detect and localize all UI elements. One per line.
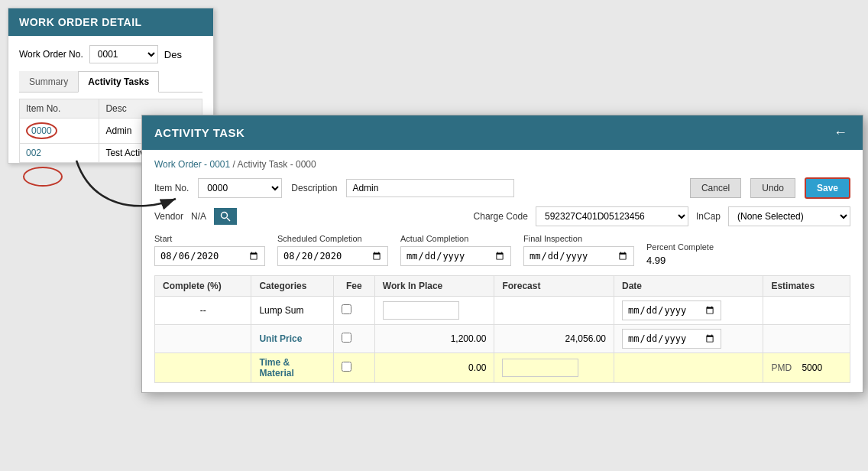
undo-button[interactable]: Undo (750, 178, 795, 198)
col-item-no: Item No. (20, 99, 99, 119)
col-forecast: Forecast (494, 276, 614, 297)
vendor-search-button[interactable] (214, 208, 237, 225)
time-material-forecast[interactable] (494, 353, 614, 383)
work-order-header: WORK ORDER DETAIL (8, 8, 213, 36)
vendor-value: N/A (191, 211, 206, 222)
vendor-row: Vendor N/A Charge Code 592327C401D051234… (154, 206, 850, 226)
col-work-in-place: Work In Place (374, 276, 494, 297)
lump-sum-label: Lump Sum (259, 305, 303, 316)
col-categories: Categories (251, 276, 333, 297)
work-order-title: WORK ORDER DETAIL (19, 16, 142, 28)
lump-sum-date[interactable] (614, 297, 763, 325)
form-row-top: Item No. 0000 Description Cancel Undo Sa… (154, 177, 850, 199)
time-material-complete-pct (155, 353, 251, 383)
actual-completion-label: Actual Completion (400, 234, 511, 243)
col-fee: Fee (333, 276, 374, 297)
search-icon (220, 211, 231, 222)
charge-code-select[interactable]: 592327C401D05123456 (536, 206, 688, 226)
lump-sum-fee[interactable] (333, 297, 374, 325)
cancel-button[interactable]: Cancel (690, 178, 741, 198)
item-link-002[interactable]: 002 (26, 148, 41, 158)
description-label: Description (291, 183, 337, 193)
breadcrumb-work-order[interactable]: Work Order - 0001 (154, 159, 230, 170)
final-inspection-field: Final Inspection (523, 234, 634, 266)
lump-sum-category: Lump Sum (251, 297, 333, 325)
back-button[interactable]: ← (831, 125, 850, 141)
svg-point-1 (222, 213, 228, 219)
svg-line-2 (227, 218, 230, 221)
start-label: Start (154, 234, 265, 243)
unit-price-link[interactable]: Unit Price (259, 333, 302, 344)
item-no-select[interactable]: 0000 (198, 178, 282, 198)
vendor-label: Vendor (154, 211, 183, 222)
unit-price-estimates (763, 325, 850, 353)
modal-header: ACTIVITY TASK ← (142, 115, 863, 150)
scheduled-completion-field: Scheduled Completion (277, 234, 388, 266)
actual-completion-field: Actual Completion (400, 234, 511, 266)
col-date: Date (614, 276, 763, 297)
start-field: Start (154, 234, 265, 266)
lump-sum-complete-pct: -- (155, 297, 251, 325)
save-button[interactable]: Save (805, 177, 850, 199)
scheduled-completion-input[interactable] (277, 246, 388, 266)
percent-complete-field: Percent Complete 4.99 (646, 242, 714, 266)
time-material-work-in-place: 0.00 (374, 353, 494, 383)
lump-sum-date-input[interactable] (622, 300, 721, 320)
incap-label: InCap (696, 211, 721, 222)
scheduled-completion-label: Scheduled Completion (277, 234, 388, 243)
table-row: Unit Price 1,200.00 24,056.00 (155, 325, 850, 353)
time-material-date (614, 353, 763, 383)
lump-sum-estimates (763, 297, 850, 325)
final-inspection-label: Final Inspection (523, 234, 634, 243)
percent-complete-value: 4.99 (646, 255, 714, 266)
tabs-row: Summary Activity Tasks (19, 71, 202, 93)
unit-price-forecast: 24,056.00 (494, 325, 614, 353)
unit-price-complete-pct (155, 325, 251, 353)
categories-table: Complete (%) Categories Fee Work In Plac… (154, 275, 850, 383)
charge-code-label: Charge Code (474, 211, 528, 222)
item-no-label: Item No. (154, 183, 189, 193)
estimates-num: 5000 (802, 362, 822, 373)
final-inspection-input[interactable] (523, 246, 634, 266)
start-input[interactable] (154, 246, 265, 266)
unit-price-fee-checkbox[interactable] (342, 333, 351, 343)
time-material-category: Time &Material (251, 353, 333, 383)
lump-sum-fee-checkbox[interactable] (342, 304, 351, 314)
pmd-label: PMD (771, 362, 792, 373)
unit-price-date-input[interactable] (622, 329, 721, 349)
unit-price-work-in-place: 1,200.00 (374, 325, 494, 353)
time-material-link[interactable]: Time &Material (259, 357, 293, 378)
modal-title: ACTIVITY TASK (154, 126, 245, 139)
col-complete-pct: Complete (%) (155, 276, 251, 297)
table-row: -- Lump Sum (155, 297, 850, 325)
work-order-no-label: Work Order No. (19, 49, 83, 60)
lump-sum-work-input[interactable] (383, 301, 459, 320)
tab-summary[interactable]: Summary (19, 71, 78, 92)
actual-completion-input[interactable] (400, 246, 511, 266)
time-material-estimates: PMD 5000 (763, 353, 850, 383)
circle-annotation-0000 (23, 167, 63, 187)
item-link-0000[interactable]: 0000 (26, 122, 57, 139)
unit-price-fee[interactable] (333, 325, 374, 353)
breadcrumb: Work Order - 0001 / Activity Task - 0000 (154, 159, 850, 170)
time-material-fee-checkbox[interactable] (342, 362, 351, 372)
lump-sum-forecast (494, 297, 614, 325)
time-material-forecast-input[interactable] (502, 359, 578, 377)
table-row-highlighted: Time &Material 0.00 PMD (155, 353, 850, 383)
incap-select[interactable]: (None Selected) (728, 206, 850, 226)
description-input[interactable] (346, 179, 514, 197)
desc-label: Des (164, 49, 182, 60)
tab-activity-tasks[interactable]: Activity Tasks (78, 71, 159, 93)
time-material-fee[interactable] (333, 353, 374, 383)
dates-row: Start Scheduled Completion Actual Comple… (154, 234, 850, 266)
col-estimates: Estimates (763, 276, 850, 297)
unit-price-category: Unit Price (251, 325, 333, 353)
unit-price-date[interactable] (614, 325, 763, 353)
percent-complete-label: Percent Complete (646, 242, 714, 252)
activity-task-modal: ACTIVITY TASK ← Work Order - 0001 / Acti… (141, 115, 863, 393)
breadcrumb-activity-task: Activity Task - 0000 (238, 159, 316, 170)
lump-sum-work-in-place[interactable] (374, 297, 494, 325)
work-order-no-select[interactable]: 0001 (89, 45, 158, 63)
